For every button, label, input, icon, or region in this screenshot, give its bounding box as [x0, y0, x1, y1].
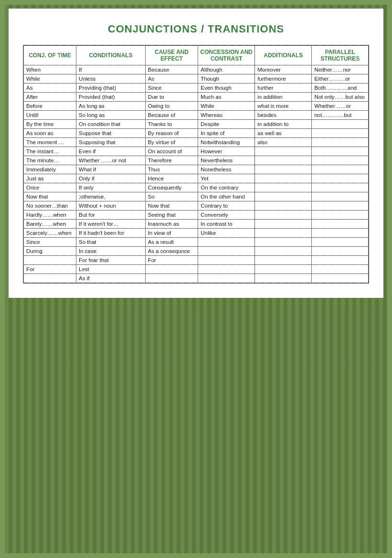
table-cell: what is more — [255, 102, 312, 111]
table-cell — [198, 265, 255, 274]
table-cell: As a result — [145, 238, 198, 247]
table-cell — [255, 147, 312, 156]
table-cell: Moreover — [255, 65, 312, 74]
table-cell — [312, 120, 369, 129]
table-cell: If — [76, 65, 146, 74]
table-cell: Providing (that) — [76, 84, 146, 93]
table-cell: Because — [145, 65, 198, 74]
table-cell: On the contrary — [198, 183, 255, 192]
header-concession: CONCESSION AND CONTRAST — [198, 45, 255, 65]
header-time: CONJ. OF TIME — [23, 45, 76, 65]
table-cell: In contrast to — [198, 220, 255, 229]
table-cell: As a consequnce — [145, 247, 198, 256]
table-row: Just asOnly ifHenceYet — [23, 174, 369, 183]
table-cell: So — [145, 192, 198, 201]
table-cell: In view of — [145, 229, 198, 238]
table-cell: Unlike — [198, 229, 255, 238]
table-cell: As — [145, 74, 198, 84]
table-cell: in addition — [255, 93, 312, 102]
table-cell: Provided (that) — [76, 93, 146, 102]
header-parallel: PARALLEL STRUCTURES — [312, 45, 369, 65]
table-cell: Since — [145, 84, 198, 93]
table-cell: Without + noun — [76, 201, 146, 211]
table-cell — [312, 211, 369, 220]
table-cell — [198, 274, 255, 284]
table-cell — [255, 238, 312, 247]
table-cell — [312, 147, 369, 156]
table-row: OnceIf onlyConsequentlyOn the contrary — [23, 183, 369, 192]
table-cell — [312, 129, 369, 138]
table-cell: Untill — [23, 111, 76, 120]
table-row: AfterProvided (that)Due toMuch asin addi… — [23, 93, 369, 102]
table-cell: But for — [76, 211, 146, 220]
table-cell: furthermore — [255, 74, 312, 84]
table-cell: After — [23, 93, 76, 102]
table-cell: The moment … — [23, 138, 76, 147]
table-row: Now that;otherwise,SoOn the other hand — [23, 192, 369, 201]
table-cell: Therefore — [145, 156, 198, 165]
table-cell: besides — [255, 111, 312, 120]
table-cell — [255, 183, 312, 192]
table-cell — [312, 183, 369, 192]
header-additionals: ADDITIONALS — [255, 45, 312, 65]
table-cell: By the time — [23, 120, 76, 129]
table-cell: Suppose that — [76, 129, 146, 138]
table-cell: Lest — [76, 265, 146, 274]
table-cell: Much as — [198, 93, 255, 102]
table-cell: On account of — [145, 147, 198, 156]
table-cell — [312, 192, 369, 201]
table-cell — [255, 192, 312, 201]
table-cell: For — [23, 265, 76, 274]
table-cell: Nevertheless — [198, 156, 255, 165]
table-row: The moment …Supposing thatBy virtue ofNo… — [23, 138, 369, 147]
table-cell: On condition that — [76, 120, 146, 129]
table-cell — [255, 265, 312, 274]
table-cell — [312, 247, 369, 256]
table-cell — [255, 220, 312, 229]
table-cell: Neither……nor — [312, 65, 369, 74]
table-cell — [312, 274, 369, 284]
table-cell — [198, 247, 255, 256]
table-cell: If only — [76, 183, 146, 192]
table-cell: Though — [198, 74, 255, 84]
table-cell: Notwithstanding — [198, 138, 255, 147]
table-cell — [23, 256, 76, 265]
table-cell: Now that — [23, 192, 76, 201]
table-cell: If it weren't for… — [76, 220, 146, 229]
table-row: Hardly……whenBut forSeeing thatConversely — [23, 211, 369, 220]
table-cell: Seeing that — [145, 211, 198, 220]
table-cell: As long as — [76, 102, 146, 111]
table-cell: not…………but — [312, 111, 369, 120]
table-cell — [255, 274, 312, 284]
table-cell — [198, 256, 255, 265]
table-cell: Yet — [198, 174, 255, 183]
table-cell: However — [198, 147, 255, 156]
table-cell: as well as — [255, 129, 312, 138]
table-cell: As soon as — [23, 129, 76, 138]
table-cell — [312, 201, 369, 211]
table-cell — [198, 238, 255, 247]
table-cell: also — [255, 138, 312, 147]
table-cell — [145, 265, 198, 274]
table-cell — [312, 256, 369, 265]
table-row: For fear thatFor — [23, 256, 369, 265]
table-cell: As if — [76, 274, 146, 284]
table-cell — [255, 247, 312, 256]
table-cell: Nonetheless — [198, 165, 255, 174]
table-cell: Whether……or — [312, 102, 369, 111]
page-content: CONJUNCTIONS / TRANSITIONS CONJ. OF TIME… — [9, 9, 383, 298]
border-frame: CONJUNCTIONS / TRANSITIONS CONJ. OF TIME… — [5, 5, 387, 553]
table-row: As soon asSuppose thatBy reason ofIn spi… — [23, 129, 369, 138]
table-cell — [255, 211, 312, 220]
table-cell: Since — [23, 238, 76, 247]
table-cell: Even if — [76, 147, 146, 156]
table-row: AsProviding (that)SinceEven thoughfurthe… — [23, 84, 369, 93]
table-cell: Thanks to — [145, 120, 198, 129]
page-title: CONJUNCTIONS / TRANSITIONS — [23, 23, 369, 35]
table-cell: On the other hand — [198, 192, 255, 201]
conjunctions-table: CONJ. OF TIME CONDITIONALS CAUSE AND EFF… — [23, 45, 369, 284]
table-cell: Barely……when — [23, 220, 76, 229]
table-cell: Hence — [145, 174, 198, 183]
table-cell: So that — [76, 238, 146, 247]
table-cell — [255, 229, 312, 238]
